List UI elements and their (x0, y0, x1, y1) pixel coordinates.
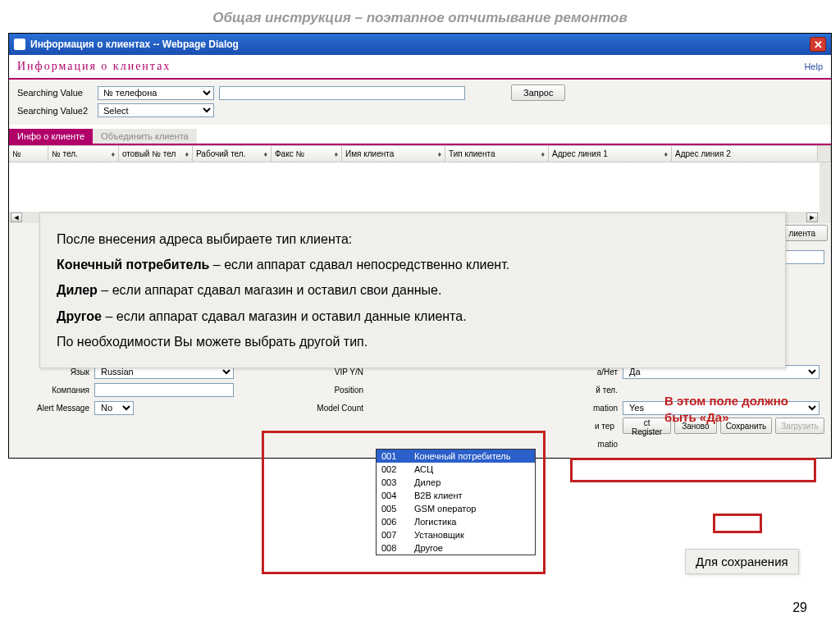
col-client-name[interactable]: Имя клиента (345, 149, 394, 158)
label-position: Position (278, 386, 368, 395)
highlight-save-button (713, 514, 762, 533)
window-title: Информация о клиентах -- Webpage Dialog (30, 39, 239, 50)
col-num[interactable]: № (12, 149, 21, 158)
col-addr2[interactable]: Адрес линия 2 (675, 149, 731, 158)
label-vip: VIP Y/N (278, 368, 368, 377)
instruction-overlay: После внесения адреса выбираете тип клие… (39, 212, 786, 368)
label-lang: Язык (16, 368, 94, 377)
vscrollbar[interactable] (819, 162, 831, 223)
sort-icon[interactable]: ♦ (437, 150, 441, 158)
search-area: Searching Value № телефона Запрос Search… (9, 80, 831, 125)
col-fax[interactable]: Факс № (275, 149, 304, 158)
dropdown-item[interactable]: 006Логистика (377, 515, 535, 528)
label-matio: matio (557, 440, 623, 449)
alert-select[interactable]: No (94, 401, 134, 415)
close-button[interactable]: ✕ (810, 37, 826, 52)
subtitle-bar: Информация о клиентах Help (9, 55, 831, 80)
col-addr1[interactable]: Адрес линия 1 (552, 149, 608, 158)
col-cell-tel[interactable]: отовый № тел (122, 149, 176, 158)
search-input-1[interactable] (219, 86, 465, 100)
sort-icon[interactable]: ♦ (185, 150, 189, 158)
label-iter: и тер (557, 422, 619, 431)
label-yes-no: а/Нет (557, 368, 623, 377)
search-label-1: Searching Value (17, 88, 93, 98)
dropdown-item[interactable]: 005GSM оператор (377, 502, 535, 515)
label-alert: Alert Message (16, 404, 94, 413)
dropdown-item[interactable]: 002АСЦ (377, 463, 535, 476)
search-label-2: Searching Value2 (17, 106, 93, 116)
dropdown-item[interactable]: 003Дилер (377, 476, 535, 489)
sort-icon[interactable]: ♦ (541, 150, 545, 158)
slide-title: Общая инструкция – поэтапное отчитывание… (0, 0, 840, 31)
annotation-save: Для сохранения (685, 549, 799, 574)
scroll-left-icon[interactable]: ◄ (11, 212, 22, 222)
dropdown-item[interactable]: 008Другое (377, 541, 535, 555)
search-select-1[interactable]: № телефона (98, 86, 214, 100)
company-input[interactable] (94, 383, 234, 397)
page-subtitle: Информация о клиентах (17, 60, 171, 73)
grid-header: № № тел.♦ отовый № тел♦ Рабочий тел.♦ Фа… (9, 145, 831, 162)
label-company: Компания (16, 386, 94, 395)
tab-merge-client[interactable]: Объединить клиента (93, 129, 197, 144)
search-select-2[interactable]: Select (98, 103, 214, 117)
help-link[interactable]: Help (804, 62, 823, 71)
dropdown-item[interactable]: 001Конечный потребитель (377, 450, 535, 463)
client-type-dropdown[interactable]: 001Конечный потребитель002АСЦ003Дилер004… (376, 449, 536, 555)
titlebar: Информация о клиентах -- Webpage Dialog … (9, 34, 831, 55)
col-tel[interactable]: № тел. (52, 149, 78, 158)
col-work-tel[interactable]: Рабочий тел. (196, 149, 245, 158)
annotation-field: В этом поле должно быть «Да» (664, 393, 820, 425)
ie-icon (14, 39, 25, 50)
label-mation: mation (557, 404, 623, 413)
col-client-type[interactable]: Тип клиента (449, 149, 495, 158)
tab-client-info[interactable]: Инфо о клиенте (9, 129, 93, 144)
label-itel: й тел. (557, 386, 623, 395)
sort-icon[interactable]: ♦ (263, 150, 267, 158)
label-model-count: Model Count (278, 404, 368, 413)
tabs: Инфо о клиенте Объединить клиента (9, 125, 831, 145)
page-number: 29 (792, 600, 807, 615)
dropdown-item[interactable]: 007Установщик (377, 528, 535, 541)
sort-icon[interactable]: ♦ (111, 150, 115, 158)
dropdown-item[interactable]: 004B2B клиент (377, 489, 535, 502)
scroll-right-icon[interactable]: ► (806, 212, 818, 222)
sort-icon[interactable]: ♦ (334, 150, 338, 158)
sort-icon[interactable]: ♦ (664, 150, 668, 158)
query-button[interactable]: Запрос (511, 84, 565, 101)
highlight-yes-field (570, 458, 816, 482)
